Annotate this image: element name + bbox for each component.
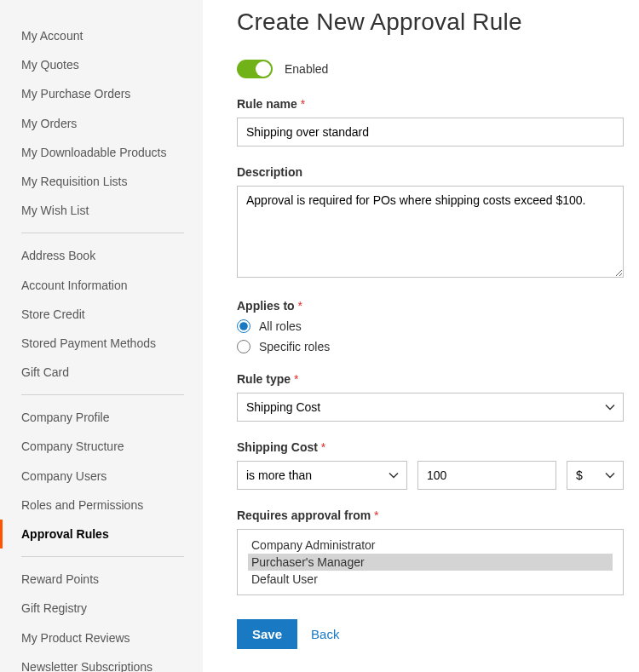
shipping-cost-row: is more than $ <box>237 461 624 490</box>
sidebar-item-my-requisition-lists[interactable]: My Requisition Lists <box>0 167 203 196</box>
sidebar-item-reward-points[interactable]: Reward Points <box>0 565 203 594</box>
approver-option[interactable]: Purchaser's Manager <box>248 554 613 571</box>
operator-select[interactable]: is more than <box>237 461 407 490</box>
currency-select-wrapper: $ <box>567 461 624 490</box>
rule-type-field: Rule type Shipping Cost <box>237 372 624 422</box>
rule-type-label: Rule type <box>237 372 624 386</box>
page-title: Create New Approval Rule <box>237 9 624 36</box>
sidebar-item-my-wish-list[interactable]: My Wish List <box>0 196 203 225</box>
approver-option[interactable]: Default User <box>248 571 613 588</box>
sidebar-item-my-product-reviews[interactable]: My Product Reviews <box>0 623 203 652</box>
applies-to-all-label[interactable]: All roles <box>259 319 302 333</box>
sidebar-item-address-book[interactable]: Address Book <box>0 241 203 270</box>
sidebar-divider <box>21 394 184 395</box>
main-content: Create New Approval Rule Enabled Rule na… <box>203 0 639 672</box>
sidebar-divider <box>21 233 184 233</box>
requires-approval-field: Requires approval from Company Administr… <box>237 508 624 595</box>
currency-select[interactable]: $ <box>567 461 624 490</box>
sidebar-item-company-structure[interactable]: Company Structure <box>0 432 203 461</box>
sidebar-item-my-quotes[interactable]: My Quotes <box>0 50 203 79</box>
sidebar-divider <box>21 556 184 557</box>
applies-to-field: Applies to All roles Specific roles <box>237 299 624 353</box>
sidebar-item-my-account[interactable]: My Account <box>0 21 203 50</box>
shipping-cost-field: Shipping Cost is more than $ <box>237 440 624 490</box>
sidebar-item-my-purchase-orders[interactable]: My Purchase Orders <box>0 79 203 108</box>
amount-input[interactable] <box>417 461 556 490</box>
rule-name-label: Rule name <box>237 97 624 111</box>
shipping-cost-label: Shipping Cost <box>237 440 624 454</box>
save-button[interactable]: Save <box>237 619 297 649</box>
requires-approval-label: Requires approval from <box>237 508 624 522</box>
sidebar-item-my-downloadable-products[interactable]: My Downloadable Products <box>0 138 203 167</box>
rule-name-input[interactable] <box>237 118 624 146</box>
rule-type-select[interactable]: Shipping Cost <box>237 393 624 422</box>
sidebar-item-my-orders[interactable]: My Orders <box>0 109 203 138</box>
sidebar-item-store-credit[interactable]: Store Credit <box>0 300 203 329</box>
enabled-toggle[interactable] <box>237 60 273 78</box>
enabled-label: Enabled <box>285 62 328 76</box>
enabled-toggle-row: Enabled <box>237 60 624 78</box>
description-input[interactable]: Approval is required for POs where shipp… <box>237 186 624 278</box>
applies-to-all-row: All roles <box>237 319 624 333</box>
form-actions: Save Back <box>237 619 624 649</box>
sidebar-item-stored-payment-methods[interactable]: Stored Payment Methods <box>0 329 203 358</box>
sidebar-item-gift-card[interactable]: Gift Card <box>0 358 203 387</box>
approvers-multiselect[interactable]: Company AdministratorPurchaser's Manager… <box>237 529 624 595</box>
applies-to-label: Applies to <box>237 299 624 313</box>
sidebar-item-roles-and-permissions[interactable]: Roles and Permissions <box>0 491 203 520</box>
sidebar: My AccountMy QuotesMy Purchase OrdersMy … <box>0 0 203 672</box>
sidebar-item-newsletter-subscriptions[interactable]: Newsletter Subscriptions <box>0 652 203 672</box>
sidebar-item-gift-registry[interactable]: Gift Registry <box>0 594 203 623</box>
applies-to-specific-row: Specific roles <box>237 340 624 353</box>
operator-select-wrapper: is more than <box>237 461 407 490</box>
toggle-knob <box>256 61 271 77</box>
sidebar-item-company-profile[interactable]: Company Profile <box>0 403 203 432</box>
sidebar-item-account-information[interactable]: Account Information <box>0 271 203 300</box>
rule-name-field: Rule name <box>237 97 624 146</box>
description-field: Description Approval is required for POs… <box>237 165 624 280</box>
sidebar-item-approval-rules[interactable]: Approval Rules <box>0 520 203 549</box>
applies-to-specific-radio[interactable] <box>237 340 250 353</box>
approver-option[interactable]: Company Administrator <box>248 537 613 554</box>
description-label: Description <box>237 165 624 179</box>
applies-to-specific-label[interactable]: Specific roles <box>259 340 330 353</box>
rule-type-select-wrapper: Shipping Cost <box>237 393 624 422</box>
back-button[interactable]: Back <box>311 627 339 641</box>
applies-to-all-radio[interactable] <box>237 319 250 333</box>
sidebar-item-company-users[interactable]: Company Users <box>0 462 203 491</box>
